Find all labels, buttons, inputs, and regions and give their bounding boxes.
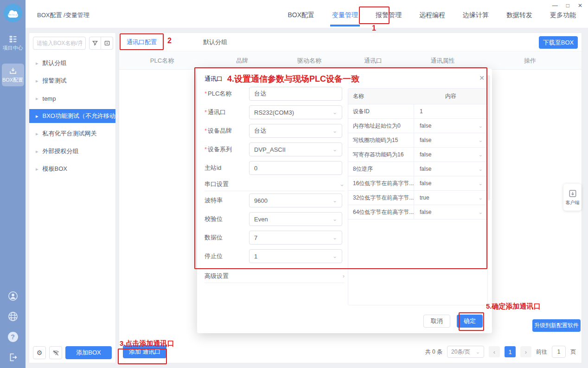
gear-icon: ⚙ xyxy=(37,349,43,356)
folder-plus-icon xyxy=(104,40,110,46)
left-rail: Box Config 项目中心 BOX配置 ? xyxy=(0,0,26,368)
nav-more-functions[interactable]: 更多功能 xyxy=(550,11,576,19)
box-tree-panel: ▸ 默认分组 ▸ 报警测试 ▸ temp ▸ BXO功能测试（不允许移动） ▸ … xyxy=(29,32,116,363)
rail-item-label: BOX配置 xyxy=(2,77,23,84)
nav-remote-programming[interactable]: 远程编程 xyxy=(419,11,445,19)
app-logo[interactable]: Box Config xyxy=(4,4,22,22)
total-count: 共 0 条 xyxy=(425,348,442,356)
header-bar: BOX配置 /变量管理 — □ ✕ BOX配置 变量管理 报警管理 远程编程 边… xyxy=(26,0,588,28)
rail-item-project-center[interactable]: 项目中心 xyxy=(2,32,24,54)
help-icon[interactable]: ? xyxy=(8,332,18,342)
caret-right-icon: ▸ xyxy=(36,131,38,137)
maximize-icon[interactable]: □ xyxy=(566,2,569,9)
col-plc-name: PLC名称 xyxy=(119,57,205,65)
tree-group-label: 外部授权分组 xyxy=(43,147,79,155)
annotation-step5: 5.确定添加通讯口 xyxy=(486,302,541,311)
caret-right-icon: ▸ xyxy=(36,148,38,155)
offline-button[interactable] xyxy=(49,346,62,359)
settings-button[interactable]: ⚙ xyxy=(33,346,46,359)
goto-label: 前往 xyxy=(536,348,547,356)
filter-button[interactable] xyxy=(89,37,101,50)
tree-group-label: 报警测试 xyxy=(43,77,67,85)
chevron-down-icon: ⌄ xyxy=(476,349,480,355)
tree-group-item[interactable]: ▸ 外部授权分组 xyxy=(29,144,115,158)
nav-box-config[interactable]: BOX配置 xyxy=(288,11,314,19)
logo-text: Box Config xyxy=(8,13,18,16)
close-window-icon[interactable]: ✕ xyxy=(578,2,582,9)
annotation-box-step5 xyxy=(459,312,484,331)
col-comm-props: 通讯属性 xyxy=(407,57,479,65)
rail-item-box-config[interactable]: BOX配置 xyxy=(2,64,24,86)
section-label: 高级设置 xyxy=(205,272,229,280)
col-port: 通讯口 xyxy=(339,57,407,65)
modal-scrollbar[interactable] xyxy=(487,75,490,335)
tree-footer: ⚙ 添加BOX xyxy=(33,346,112,359)
rail-item-label: 项目中心 xyxy=(3,45,23,52)
user-icon[interactable] xyxy=(8,291,18,301)
pagination: 共 0 条 20条/页 ⌄ ‹ 1 › 前往 页 xyxy=(425,346,576,358)
nav-variable-management[interactable]: 变量管理 xyxy=(332,11,358,19)
next-page-button[interactable]: › xyxy=(520,346,531,357)
upgrade-config-button[interactable]: 升级到新配置软件 xyxy=(532,319,581,332)
col-brand: 品牌 xyxy=(205,57,279,65)
funnel-icon xyxy=(92,40,98,46)
tree-group-label: 模板BOX xyxy=(43,165,67,173)
search-input[interactable] xyxy=(33,37,86,50)
client-download-icon xyxy=(568,189,577,198)
tree-search-row xyxy=(33,37,113,50)
annotation-box-step1 xyxy=(359,6,390,24)
tree-group-item[interactable]: ▸ 报警测试 xyxy=(29,74,115,88)
caret-right-icon: ▸ xyxy=(36,78,38,84)
add-group-button[interactable] xyxy=(101,37,113,50)
tree-group-item[interactable]: ▸ temp xyxy=(29,91,115,105)
caret-right-icon: ▸ xyxy=(36,166,38,172)
project-grid-icon xyxy=(9,35,17,43)
annotation-step1: 1 xyxy=(372,24,376,32)
group-tree: ▸ 默认分组 ▸ 报警测试 ▸ temp ▸ BXO功能测试（不允许移动） ▸ … xyxy=(29,56,115,180)
tab-default-group[interactable]: 默认分组 xyxy=(203,38,227,46)
tree-group-item[interactable]: ▸ 私有化平台测试网关 xyxy=(29,127,115,141)
top-nav: BOX配置 变量管理 报警管理 远程编程 边缘计算 数据转发 更多功能 xyxy=(288,11,576,19)
page-size-select[interactable]: 20条/页 ⌄ xyxy=(447,346,484,358)
chevron-right-icon: › xyxy=(343,272,345,279)
advanced-settings-section[interactable]: 高级设置 › xyxy=(205,269,345,283)
client-download-widget[interactable]: 客户端 xyxy=(563,184,582,211)
page-size-value: 20条/页 xyxy=(451,348,470,356)
prev-page-button[interactable]: ‹ xyxy=(489,346,500,357)
tree-group-item-selected[interactable]: ▸ BXO功能测试（不允许移动） xyxy=(29,109,115,123)
client-label: 客户端 xyxy=(566,200,580,206)
tree-group-label: 默认分组 xyxy=(43,59,67,67)
tree-group-item[interactable]: ▸ 模板BOX xyxy=(29,162,115,176)
nav-edge-computing[interactable]: 边缘计算 xyxy=(463,11,489,19)
nav-data-forwarding[interactable]: 数据转发 xyxy=(506,11,532,19)
tree-group-item[interactable]: ▸ 默认分组 xyxy=(29,56,115,70)
minimize-icon[interactable]: — xyxy=(552,2,558,9)
cloud-icon: Box Config xyxy=(8,13,18,18)
caret-right-icon: ▸ xyxy=(36,113,38,119)
window-controls: — □ ✕ xyxy=(552,2,582,9)
breadcrumb: BOX配置 /变量管理 xyxy=(37,11,89,19)
globe-icon[interactable] xyxy=(8,311,18,322)
caret-right-icon: ▸ xyxy=(36,60,38,66)
wifi-off-icon xyxy=(52,349,59,356)
col-actions: 操作 xyxy=(479,57,582,65)
annotation-box-step2 xyxy=(120,33,164,50)
annotation-box-step3 xyxy=(118,349,167,364)
logout-icon[interactable] xyxy=(8,352,18,362)
content-tab-row: 通讯口配置 默认分组 xyxy=(119,33,582,52)
current-page-button[interactable]: 1 xyxy=(505,346,516,357)
annotation-box-step4 xyxy=(194,67,487,269)
download-to-box-button[interactable]: 下载至BOX xyxy=(539,36,578,49)
download-tray-icon xyxy=(9,67,17,75)
page-unit-label: 页 xyxy=(570,348,576,356)
annotation-step3: 3.点击添加通讯口 xyxy=(120,339,174,348)
tree-group-label: BXO功能测试（不允许移动） xyxy=(43,112,121,120)
goto-page-input[interactable] xyxy=(552,346,566,358)
caret-right-icon: ▸ xyxy=(36,96,38,102)
annotation-step2: 2 xyxy=(167,37,172,45)
add-box-button[interactable]: 添加BOX xyxy=(65,346,112,359)
rail-bottom-icons: ? xyxy=(8,291,18,362)
tree-group-label: 私有化平台测试网关 xyxy=(43,129,97,138)
cancel-button[interactable]: 取消 xyxy=(423,315,450,328)
tree-group-label: temp xyxy=(43,95,56,102)
